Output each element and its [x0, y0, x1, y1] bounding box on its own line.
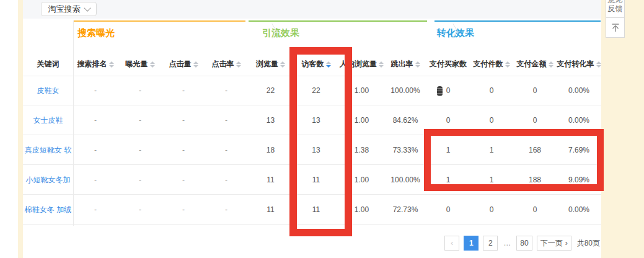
- column-header-keyword: 关键词: [23, 53, 73, 76]
- metric-cell: 0: [470, 195, 513, 225]
- metric-cell: 0.00%: [557, 76, 601, 105]
- metric-cell: -: [162, 76, 205, 105]
- sort-caret-icon[interactable]: [505, 61, 510, 68]
- traffic-analytics-screen: 淘宝搜索 搜索曝光引流效果转化效果 关键词搜索排名曝光量点击量点击率浏览量访客数…: [0, 0, 644, 258]
- chevron-down-icon: [84, 4, 90, 11]
- back-to-top-button[interactable]: [606, 17, 625, 38]
- sort-caret-icon[interactable]: [280, 61, 285, 68]
- keyword-link[interactable]: 皮鞋女: [23, 76, 73, 105]
- keyword-link[interactable]: 棉鞋女冬 加绒: [23, 195, 73, 225]
- metric-cell: 0: [426, 195, 470, 225]
- keyword-link[interactable]: 女士皮鞋: [23, 105, 73, 135]
- pagination-prev-button[interactable]: ‹: [444, 236, 459, 251]
- pagination: ‹12…80下一页›共80页: [444, 236, 600, 251]
- column-header-label: 跳出率: [391, 59, 413, 69]
- metric-cell: -: [73, 105, 118, 135]
- pagination-ellipsis: …: [502, 236, 512, 251]
- metric-cell: 18: [248, 135, 293, 165]
- sort-caret-icon[interactable]: [415, 61, 420, 68]
- metric-cell: -: [205, 135, 248, 165]
- metric-cell: 0.00%: [557, 195, 601, 225]
- feedback-button[interactable]: 意见 反馈: [606, 0, 625, 18]
- metric-cell: -: [73, 135, 118, 165]
- back-to-top-icon: [611, 23, 620, 33]
- column-header-metric[interactable]: 支付转化率: [557, 53, 601, 76]
- column-header-metric[interactable]: 支付金额: [513, 53, 557, 76]
- column-header-label: 浏览量: [256, 59, 278, 69]
- feedback-label-line1: 意见: [608, 0, 623, 4]
- metric-cell: 72.73%: [384, 195, 426, 225]
- annotation-red-box-visitors-column: [289, 47, 352, 236]
- metric-cell: 0: [426, 76, 470, 105]
- column-header-metric[interactable]: 点击率: [205, 53, 248, 76]
- column-header-metric[interactable]: 点击量: [162, 53, 205, 76]
- metric-cell: 73.33%: [384, 135, 426, 165]
- column-header-metric[interactable]: 跳出率: [384, 53, 426, 76]
- metric-cell: -: [118, 135, 162, 165]
- sort-caret-icon[interactable]: [379, 61, 384, 68]
- metric-cell: -: [118, 105, 162, 135]
- feedback-label-line2: 反馈: [608, 4, 623, 14]
- metric-cell: -: [118, 165, 162, 195]
- metric-cell: 22: [248, 76, 293, 105]
- section-accent-line: [249, 20, 427, 22]
- keyword-link[interactable]: 真皮短靴女 软: [23, 135, 73, 165]
- column-header-metric[interactable]: 曝光量: [118, 53, 162, 76]
- keyword-link[interactable]: 小短靴女冬加: [23, 165, 73, 195]
- right-page-background: [601, 0, 644, 258]
- pagination-page-button[interactable]: 1: [464, 236, 479, 251]
- metric-cell: -: [118, 76, 162, 105]
- metric-cell: -: [162, 165, 205, 195]
- pagination-page-button[interactable]: 2: [483, 236, 498, 251]
- pagination-page-button[interactable]: 80: [516, 236, 532, 251]
- left-page-gutter: [18, 0, 23, 258]
- metric-cell: -: [205, 165, 248, 195]
- column-header-label: 搜索排名: [77, 59, 107, 69]
- mouse-cursor: [437, 86, 443, 96]
- column-header-label: 点击率: [212, 59, 234, 69]
- pagination-next-label: 下一页: [540, 238, 563, 249]
- column-header-metric[interactable]: 搜索排名: [73, 53, 118, 76]
- metric-cell: 11: [248, 165, 293, 195]
- metric-cell: 13: [248, 105, 293, 135]
- metric-cell: -: [73, 195, 118, 225]
- sort-caret-icon[interactable]: [193, 61, 198, 68]
- section-accent-line: [434, 20, 601, 22]
- metric-cell: -: [205, 195, 248, 225]
- column-header-label: 点击量: [169, 59, 192, 69]
- column-header-metric[interactable]: 支付件数: [470, 53, 513, 76]
- search-source-dropdown[interactable]: 淘宝搜索: [41, 2, 97, 16]
- metric-cell: -: [162, 135, 205, 165]
- feedback-widget: 意见 反馈: [606, 0, 625, 38]
- column-header-label: 支付件数: [474, 59, 503, 69]
- sort-caret-icon[interactable]: [150, 61, 155, 68]
- column-header-metric: 支付买家数: [426, 53, 470, 76]
- sort-caret-icon[interactable]: [236, 61, 241, 68]
- metric-cell: 100.00%: [384, 165, 426, 195]
- section-title: 搜索曝光: [77, 27, 115, 39]
- metric-cell: -: [162, 105, 205, 135]
- metric-cell: -: [205, 76, 248, 105]
- search-source-dropdown-label: 淘宝搜索: [48, 4, 81, 15]
- column-header-label: 支付金额: [517, 59, 547, 69]
- toolbar-band: [23, 0, 601, 19]
- section-accent-line: [73, 20, 245, 22]
- column-header-label: 关键词: [37, 59, 60, 69]
- metric-cell: -: [162, 195, 205, 225]
- metric-cell: 100.00%: [384, 76, 426, 105]
- metric-cell: -: [73, 165, 118, 195]
- column-header-label: 支付买家数: [430, 59, 467, 69]
- metric-cell: 0: [513, 76, 557, 105]
- metric-cell: -: [73, 76, 118, 105]
- column-header-metric[interactable]: 浏览量: [248, 53, 293, 76]
- column-header-label: 曝光量: [126, 59, 148, 69]
- pagination-next-button[interactable]: 下一页›: [537, 236, 571, 251]
- chevron-right-icon: ›: [565, 239, 568, 247]
- metric-cell: 84.62%: [384, 105, 426, 135]
- annotation-red-box-conversion-rows: [424, 129, 604, 191]
- sort-caret-icon[interactable]: [596, 61, 601, 68]
- sort-caret-icon[interactable]: [109, 61, 114, 68]
- metric-cell: -: [205, 105, 248, 135]
- column-header-label: 支付转化率: [557, 59, 594, 69]
- sort-caret-icon[interactable]: [549, 61, 554, 68]
